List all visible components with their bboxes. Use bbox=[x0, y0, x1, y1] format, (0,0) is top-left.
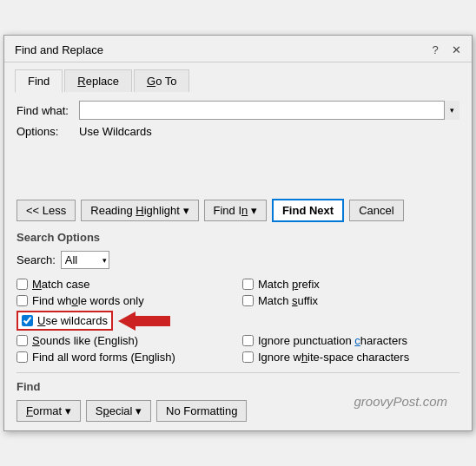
options-label: Options: bbox=[17, 125, 79, 138]
tab-goto-label: Go To bbox=[147, 75, 176, 88]
tab-find-label: Find bbox=[28, 75, 50, 88]
match-suffix-item: Match suffix bbox=[242, 294, 459, 307]
find-all-forms-item: Find all word forms (English) bbox=[17, 351, 234, 364]
find-all-forms-label[interactable]: Find all word forms (English) bbox=[32, 351, 175, 364]
find-what-input[interactable] bbox=[79, 101, 459, 120]
bottom-row: Find Format ▾ Special ▾ No Formatting gr… bbox=[17, 380, 459, 422]
ignore-punctuation-checkbox[interactable] bbox=[242, 335, 254, 346]
bottom-section-label: Find bbox=[17, 380, 247, 393]
ignore-whitespace-label[interactable]: Ignore white-space characters bbox=[258, 351, 409, 364]
ignore-whitespace-checkbox[interactable] bbox=[242, 351, 254, 363]
use-wildcards-row: Use wildcards bbox=[17, 311, 234, 331]
ignore-punctuation-label[interactable]: Ignore punctuation characters bbox=[258, 334, 407, 347]
match-case-label[interactable]: Match case bbox=[32, 278, 90, 291]
find-what-input-wrap: ▾ bbox=[79, 101, 459, 120]
tab-bar: Find Replace Go To bbox=[4, 62, 472, 92]
cancel-button[interactable]: Cancel bbox=[349, 200, 403, 221]
bottom-left: Find Format ▾ Special ▾ No Formatting bbox=[17, 380, 247, 422]
use-wildcards-box: Use wildcards bbox=[17, 311, 113, 331]
ignore-punctuation-item: Ignore punctuation characters bbox=[242, 334, 459, 347]
sounds-like-label[interactable]: Sounds like (English) bbox=[32, 334, 138, 347]
search-label: Search: bbox=[17, 253, 56, 266]
no-formatting-label: No Formatting bbox=[166, 404, 237, 417]
match-prefix-item: Match prefix bbox=[242, 278, 459, 291]
find-all-forms-checkbox[interactable] bbox=[17, 351, 28, 363]
content-spacer bbox=[17, 147, 459, 199]
find-what-dropdown[interactable]: ▾ bbox=[444, 101, 459, 120]
format-button[interactable]: Format ▾ bbox=[17, 400, 81, 422]
branding: groovyPost.com bbox=[247, 389, 459, 414]
title-bar: Find and Replace ? ✕ bbox=[4, 36, 472, 62]
right-empty-1 bbox=[242, 311, 459, 331]
find-whole-words-label[interactable]: Find whole words only bbox=[32, 294, 144, 307]
divider bbox=[17, 372, 459, 373]
action-buttons: << Less Reading Highlight ▾ Find In ▾ Fi… bbox=[17, 199, 459, 222]
use-wildcards-label[interactable]: Use wildcards bbox=[37, 314, 108, 327]
special-button[interactable]: Special ▾ bbox=[86, 400, 151, 422]
tab-replace[interactable]: Replace bbox=[64, 69, 132, 92]
match-prefix-checkbox[interactable] bbox=[242, 279, 254, 290]
tab-replace-label: Replace bbox=[77, 75, 119, 88]
svg-marker-0 bbox=[118, 312, 170, 331]
ignore-whitespace-item: Ignore white-space characters bbox=[242, 351, 459, 364]
dialog-content: Find what: ▾ Options: Use Wildcards << L… bbox=[4, 92, 472, 430]
match-case-item: Match case bbox=[17, 278, 234, 291]
match-suffix-checkbox[interactable] bbox=[242, 295, 254, 306]
reading-highlight-label: Reading Highlight ▾ bbox=[90, 204, 188, 217]
checkboxes-grid: Match case Match prefix Find whole words… bbox=[17, 278, 459, 364]
options-value: Use Wildcards bbox=[79, 125, 152, 138]
search-options-label: Search Options bbox=[17, 231, 459, 244]
match-prefix-label[interactable]: Match prefix bbox=[258, 278, 320, 291]
title-bar-controls: ? ✕ bbox=[426, 41, 465, 58]
match-case-checkbox[interactable] bbox=[17, 279, 28, 290]
bottom-buttons: Format ▾ Special ▾ No Formatting bbox=[17, 400, 247, 422]
find-replace-dialog: Find and Replace ? ✕ Find Replace Go To … bbox=[3, 35, 473, 431]
help-button[interactable]: ? bbox=[426, 41, 444, 58]
find-in-label: Find In ▾ bbox=[214, 204, 257, 217]
close-button[interactable]: ✕ bbox=[447, 41, 465, 58]
cancel-label: Cancel bbox=[359, 204, 393, 217]
find-what-label: Find what: bbox=[17, 104, 79, 117]
no-formatting-button[interactable]: No Formatting bbox=[156, 400, 247, 422]
find-whole-words-item: Find whole words only bbox=[17, 294, 234, 307]
find-next-label: Find Next bbox=[282, 204, 334, 217]
use-wildcards-checkbox[interactable] bbox=[22, 315, 33, 326]
search-select-wrap: All Up Down ▾ bbox=[61, 251, 109, 269]
tab-goto[interactable]: Go To bbox=[134, 69, 189, 92]
find-in-button[interactable]: Find In ▾ bbox=[204, 200, 267, 221]
dialog-title: Find and Replace bbox=[15, 43, 103, 56]
red-arrow-svg bbox=[118, 312, 170, 331]
format-label: Format ▾ bbox=[26, 404, 71, 417]
find-whole-words-checkbox[interactable] bbox=[17, 295, 28, 306]
sounds-like-checkbox[interactable] bbox=[17, 335, 28, 346]
match-suffix-label[interactable]: Match suffix bbox=[258, 294, 318, 307]
reading-highlight-button[interactable]: Reading Highlight ▾ bbox=[81, 200, 198, 221]
find-what-row: Find what: ▾ bbox=[17, 101, 459, 120]
tab-find[interactable]: Find bbox=[15, 69, 63, 93]
options-row: Options: Use Wildcards bbox=[17, 125, 459, 138]
special-label: Special ▾ bbox=[96, 404, 142, 417]
search-row: Search: All Up Down ▾ bbox=[17, 251, 459, 269]
find-next-button[interactable]: Find Next bbox=[272, 199, 344, 222]
red-arrow-indicator bbox=[118, 312, 170, 331]
search-select[interactable]: All Up Down bbox=[61, 251, 109, 269]
less-button[interactable]: << Less bbox=[17, 200, 76, 221]
sounds-like-item: Sounds like (English) bbox=[17, 334, 234, 347]
